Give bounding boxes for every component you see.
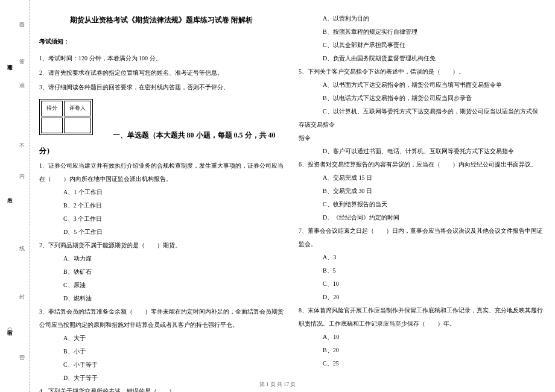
option: B、铁矿石 [39,265,284,279]
option: B、20 [299,344,543,357]
option-text: C、以计算机、互联网等委托方式下达交易指令的，期货公司应当以适当的方式保存该交易… [299,108,538,128]
option: B、交易完成 30 日 [299,185,543,198]
score-row: 得分 评卷人 一、单选题（本大题共 80 小题，每题 0.5 分，共 40 分） [39,95,284,159]
notice-item: 3、请仔细阅读各种题目的回答要求，在密封线内答题，否则不予评分。 [39,81,284,94]
option: C、小于等于 [39,358,284,371]
option: B、按照其章程的规定实行自律管理 [299,25,543,39]
option: C、25 [299,357,543,370]
option: A、大于 [39,332,284,345]
right-column: A、以营利为目的 B、按照其章程的规定实行自律管理 C、以其全部财产承担民事责任… [299,12,543,386]
option: D、5 个工作日 [39,226,284,239]
seal-mark: 密 [18,350,26,353]
exam-title: 期货从业资格考试《期货法律法规》题库练习试卷 附解析 [39,12,284,28]
option: D、燃料油 [39,292,284,305]
seal-mark: 准 [18,78,26,82]
option: D、负责人由国务院期货监督管理机构任免 [299,52,543,65]
question-stem: 7、董事会会议结束之日起（ ）日内，董事会应当将会议决议及其他会议文件报告中国证… [299,224,543,251]
option: B、5 [299,264,543,277]
option: B、小于 [39,345,284,358]
seal-mark: 不 [18,139,26,142]
option: A、交易完成 15 日 [299,171,543,185]
score-header: 得分 [41,101,63,116]
binding-margin: 准考证号 姓名 省（市区） 圆 答 准 不 内 线 封 密 [0,0,30,392]
score-cell [41,118,63,133]
notice-heading: 考试须知： [39,35,284,48]
question-stem: 5、下列关于客户交易指令下达的表述中，错误的是（ ）。 [299,65,543,78]
exam-page: 准考证号 姓名 省（市区） 圆 答 准 不 内 线 封 密 期货从业资格考试《期… [0,0,555,392]
option-long: C、以计算机、互联网等委托方式下达交易指令的，期货公司应当以适当的方式保存该交易… [299,105,543,131]
option: B、以电话方式下达交易指令的，期货公司应当同步录音 [299,92,543,105]
option: A、以营利为目的 [299,12,543,25]
option: A、动力煤 [39,252,284,265]
option: A、1 个工作日 [39,186,284,199]
option: A、以书面方式下达交易指令的，期货公司应当填写书面交易指令单 [299,78,543,92]
option: B、2 个工作日 [39,199,284,212]
seal-mark: 答 [18,54,26,58]
option: D、客户可以通过书面、电话、计算机、互联网等委托方式下达交易指令 [299,145,543,158]
grader-header: 评卷人 [64,101,91,116]
question-stem: 6、投资者对交易结算报告的内容有异议的，应当在（ ）内向经纪公司提出书面异议。 [299,158,543,171]
option: D、《经纪合同》约定的时间 [299,211,543,224]
question-stem: 1、证券公司应当建立并有效执行介绍业务的合规检查制度，发生重大事项的，证券公司应… [39,159,284,186]
option: C、3 个工作日 [39,212,284,226]
seal-mark: 内 [18,169,26,172]
seal-mark: 封 [18,289,26,293]
question-stem: 8、末体首席风险官开展工作应当制作并保留工作底稿和工作记录，真实、充分地反映其履… [299,304,543,330]
option: C、以其全部财产承担民事责任 [299,39,543,52]
option: A、10 [299,330,543,344]
content-area: 期货从业资格考试《期货法律法规》题库练习试卷 附解析 考试须知： 1、考试时间：… [30,0,555,392]
notice-item: 1、考试时间：120 分钟，本卷满分为 100 分。 [39,52,284,65]
option: A、3 [299,251,543,264]
page-footer: 第 1 页 共 17 页 [0,381,555,388]
option: C、收到结算报告的当天 [299,198,543,211]
question-stem: 2、下列商品期货不属于能源期货的是（ ）期货。 [39,239,284,252]
question-stem: 3、非结算会员的结算准备金余额（ ）零并未能在约定时间内补足的，全面结算会员期货… [39,305,284,332]
option: C、10 [299,277,543,291]
option: C、原油 [39,279,284,292]
score-table: 得分 评卷人 [39,99,93,135]
notice-item: 2、请首先按要求在试卷的指定位置填写您的姓名、准考证号等信息。 [39,66,284,80]
grader-cell [64,118,91,133]
option-wrap: 指令 [299,131,543,145]
seal-mark: 线 [18,241,26,245]
option: D、20 [299,291,543,304]
left-column: 期货从业资格考试《期货法律法规》题库练习试卷 附解析 考试须知： 1、考试时间：… [39,12,284,386]
seal-mark: 圆 [18,18,26,22]
